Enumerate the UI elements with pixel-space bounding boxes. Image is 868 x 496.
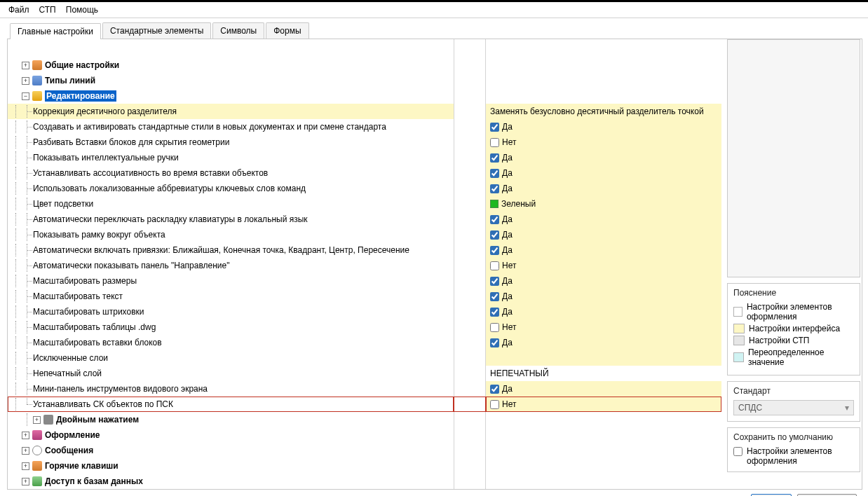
save-default-checkbox[interactable]	[733, 447, 742, 456]
standard-select[interactable]: СПДС	[733, 400, 854, 415]
expander-icon[interactable]: +	[22, 77, 29, 85]
tab-symbols[interactable]: Символы	[212, 22, 264, 39]
expander-icon[interactable]: +	[22, 432, 29, 439]
setting-checkbox[interactable]	[490, 215, 499, 224]
setting-checkbox[interactable]	[490, 184, 499, 193]
setting-value-cell[interactable]	[486, 350, 721, 366]
setting-checkbox[interactable]	[490, 230, 499, 240]
tree-node-general[interactable]: + Общие настройки	[8, 57, 454, 73]
setting-value-cell[interactable]: Зеленый	[486, 196, 721, 212]
setting-checkbox[interactable]	[490, 169, 499, 178]
setting-checkbox[interactable]	[490, 138, 499, 147]
setting-value-cell[interactable]: НЕПЕЧАТНЫЙ	[486, 366, 721, 381]
tab-main-settings[interactable]: Главные настройки	[10, 23, 101, 39]
standard-fieldset: Стандарт СПДС	[727, 381, 860, 422]
setting-checkbox[interactable]	[490, 308, 499, 317]
setting-label: Масштабировать штриховки	[33, 307, 144, 317]
setting-value-cell[interactable]: Да	[486, 181, 721, 196]
expander-icon[interactable]: +	[22, 462, 29, 470]
setting-value-cell[interactable]: Да	[486, 227, 721, 242]
setting-row[interactable]: Масштабировать текст	[8, 289, 454, 304]
tree-node-editing[interactable]: − Редактирование	[8, 88, 454, 104]
setting-value-cell[interactable]: Да	[486, 119, 721, 135]
setting-value-label: Да	[502, 214, 513, 224]
setting-row[interactable]: Масштабировать таблицы .dwg	[8, 319, 454, 335]
menu-file[interactable]: Файл	[8, 5, 29, 15]
tree-node-hotkeys[interactable]: + Горячие клавиши	[8, 458, 454, 474]
setting-value-cell[interactable]: Нет	[486, 397, 721, 412]
setting-checkbox[interactable]	[490, 323, 499, 332]
folder-icon	[32, 476, 42, 486]
tree-node-dblclick[interactable]: + Двойным нажатием	[8, 412, 454, 427]
setting-value-cell[interactable]: Да	[486, 150, 721, 165]
expander-icon[interactable]: +	[22, 478, 29, 485]
menu-stp[interactable]: СТП	[39, 5, 56, 15]
setting-checkbox[interactable]	[490, 261, 499, 270]
setting-value-cell[interactable]: Да	[486, 242, 721, 258]
color-swatch-icon[interactable]	[490, 200, 499, 208]
setting-row[interactable]: Исключенные слои	[8, 350, 454, 366]
folder-icon	[32, 446, 42, 455]
setting-row[interactable]: Автоматически показывать панель "Направл…	[8, 258, 454, 273]
setting-value-cell[interactable]: Да	[486, 273, 721, 289]
setting-value-cell[interactable]: Нет	[486, 319, 721, 335]
setting-label: Устанавливать ассоциативность во время в…	[33, 168, 268, 178]
setting-checkbox[interactable]	[490, 338, 499, 347]
setting-row[interactable]: Создавать и активировать стандартные сти…	[8, 119, 454, 135]
setting-value-cell[interactable]: Нет	[486, 135, 721, 150]
content-area: Главные настройки Стандартные элементы С…	[0, 18, 868, 496]
setting-row[interactable]: Использовать локализованные аббревиатуры…	[8, 181, 454, 196]
setting-value-cell[interactable]: Да	[486, 165, 721, 181]
tree-node-label: Сообщения	[45, 446, 93, 455]
expander-icon[interactable]: +	[22, 62, 29, 69]
tree-node-db[interactable]: + Доступ к базам данных	[8, 474, 454, 489]
tree-node-label: Типы линий	[45, 76, 95, 85]
setting-row[interactable]: Устанавливать СК объектов по ПСК	[8, 397, 454, 412]
setting-row[interactable]: Автоматически включать привязки: Ближайш…	[8, 242, 454, 258]
expander-icon[interactable]: +	[22, 447, 29, 455]
setting-checkbox[interactable]	[490, 385, 499, 394]
setting-value-label: Да	[502, 168, 513, 178]
tab-standard-elements[interactable]: Стандартные элементы	[102, 22, 211, 39]
setting-value-label: Да	[502, 291, 513, 301]
setting-row[interactable]: Масштабировать вставки блоков	[8, 335, 454, 350]
setting-row[interactable]: Цвет подсветки	[8, 196, 454, 212]
folder-icon	[32, 430, 42, 440]
expander-icon[interactable]: −	[22, 92, 29, 100]
setting-value-cell[interactable]: Да	[486, 304, 721, 319]
setting-row[interactable]: Непечатный слой	[8, 366, 454, 381]
setting-checkbox[interactable]	[490, 153, 499, 163]
tree-node-label: Общие настройки	[45, 60, 119, 70]
tab-forms[interactable]: Формы	[266, 22, 308, 39]
setting-checkbox[interactable]	[490, 292, 499, 301]
setting-row[interactable]: Коррекция десятичного разделителя	[8, 104, 454, 119]
setting-label: Создавать и активировать стандартные сти…	[33, 122, 386, 132]
setting-checkbox[interactable]	[490, 246, 499, 255]
tree-node-messages[interactable]: + Сообщения	[8, 443, 454, 458]
menu-help[interactable]: Помощь	[66, 5, 98, 15]
setting-value-cell[interactable]: Нет	[486, 258, 721, 273]
setting-checkbox[interactable]	[490, 400, 499, 409]
setting-value-text: Заменять безусловно десятичный разделите…	[490, 106, 704, 116]
setting-value-cell[interactable]: Да	[486, 381, 721, 397]
setting-checkbox[interactable]	[490, 277, 499, 286]
tree-node-linetypes[interactable]: + Типы линий	[8, 73, 454, 88]
setting-value-cell[interactable]: Заменять безусловно десятичный разделите…	[486, 104, 721, 119]
standard-title: Стандарт	[733, 386, 854, 396]
tree-node-format[interactable]: + Оформление	[8, 427, 454, 443]
expander-icon[interactable]: +	[33, 416, 41, 424]
legend-swatch-icon	[733, 324, 745, 333]
setting-value-cell[interactable]: Да	[486, 212, 721, 227]
setting-row[interactable]: Автоматически переключать раскладку клав…	[8, 212, 454, 227]
setting-value-cell[interactable]: Да	[486, 289, 721, 304]
setting-row[interactable]: Показывать рамку вокруг объекта	[8, 227, 454, 242]
legend-row: Настройки элементов оформления	[733, 302, 854, 322]
setting-row[interactable]: Масштабировать размеры	[8, 273, 454, 289]
setting-checkbox[interactable]	[490, 123, 499, 132]
setting-row[interactable]: Устанавливать ассоциативность во время в…	[8, 165, 454, 181]
setting-row[interactable]: Мини-панель инструментов видового экрана	[8, 381, 454, 397]
setting-row[interactable]: Масштабировать штриховки	[8, 304, 454, 319]
setting-row[interactable]: Разбивать Вставки блоков для скрытия гео…	[8, 135, 454, 150]
setting-row[interactable]: Показывать интеллектуальные ручки	[8, 150, 454, 165]
setting-value-cell[interactable]: Да	[486, 335, 721, 350]
